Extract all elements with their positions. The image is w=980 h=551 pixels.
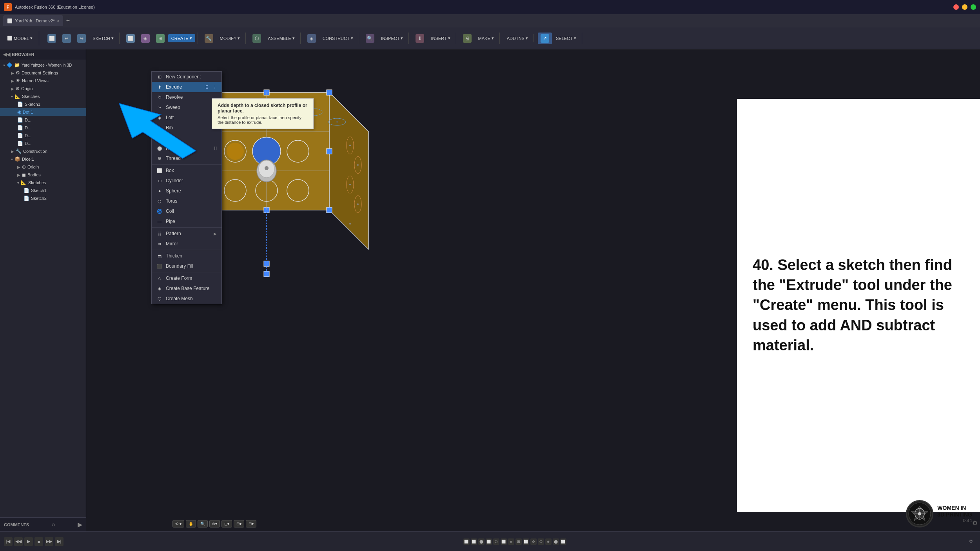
insert-icon-btn[interactable]: ⬇	[413, 33, 427, 44]
menu-item-pipe[interactable]: — Pipe	[152, 216, 221, 227]
make-dropdown[interactable]: MAKE ▾	[475, 34, 497, 42]
viewport-section-btn[interactable]: ⊟▾	[246, 520, 256, 527]
tree-item-d1[interactable]: 📄 D...	[0, 116, 86, 124]
timeline-step-7[interactable]: ◈	[508, 538, 514, 545]
modify-dropdown[interactable]: MODIFY ▾	[217, 34, 243, 42]
make-icon-btn[interactable]: 🖨	[460, 33, 474, 44]
timeline-stop-btn[interactable]: ■	[34, 537, 43, 546]
menu-item-new-component[interactable]: ⊞ New Component	[152, 72, 221, 82]
timeline-step-9[interactable]: ⬜	[523, 538, 529, 545]
tree-item-dice-sketches[interactable]: ▾ 📐 Sketches	[0, 179, 86, 187]
timeline-step-5[interactable]: ⬡	[493, 538, 499, 545]
comments-expand-btn[interactable]: ○	[51, 521, 55, 528]
viewport-grid-btn[interactable]: ⊞▾	[234, 520, 244, 527]
tree-item-bodies[interactable]: ▶ ◼ Bodies	[0, 171, 86, 179]
tree-item-sketch1[interactable]: 📄 Sketch1	[0, 100, 86, 108]
menu-item-thread[interactable]: ⚙ Thread	[152, 153, 221, 163]
timeline-step-14[interactable]: ⬜	[560, 538, 566, 545]
viewport-display-btn[interactable]: ◻▾	[221, 520, 232, 527]
menu-item-extrude[interactable]: ⬆ Extrude E ⋮	[152, 82, 221, 92]
menu-item-mirror[interactable]: ⇔ Mirror	[152, 239, 221, 249]
model-dropdown[interactable]: ⬜ MODEL ▾	[4, 34, 36, 42]
insert-dropdown[interactable]: INSERT ▾	[428, 34, 453, 42]
tree-item-sketches[interactable]: ▾ 📐 Sketches	[0, 92, 86, 100]
tree-item-construction[interactable]: ▶ 🔧 Construction	[0, 147, 86, 155]
timeline-step-10[interactable]: ⊙	[530, 538, 537, 545]
main-tab[interactable]: ⬜ Yard Yah...Demo v2* ×	[3, 15, 63, 26]
modify-icon-btn[interactable]: 🔧	[202, 33, 216, 44]
tree-item-named-views[interactable]: ▶ 👁 Named Views	[0, 77, 86, 85]
sketch-btn3[interactable]: ↪	[74, 33, 89, 44]
tree-item-dice-sketch2[interactable]: 📄 Sketch2	[0, 194, 86, 202]
timeline-step-12[interactable]: ◈	[545, 538, 552, 545]
timeline-step-13[interactable]: ⬤	[553, 538, 559, 545]
tree-item-origin[interactable]: ▶ ⊕ Origin	[0, 85, 86, 92]
menu-item-torus[interactable]: ◎ Torus	[152, 196, 221, 206]
timeline-step-1[interactable]: ⬜	[463, 538, 470, 545]
menu-item-create-form[interactable]: ◇ Create Form	[152, 273, 221, 283]
menu-item-create-base-feature[interactable]: ◈ Create Base Feature	[152, 283, 221, 294]
menu-item-loft[interactable]: ◈ Loft	[152, 112, 221, 123]
timeline-step-6[interactable]: ⬜	[501, 538, 507, 545]
timeline-step-8[interactable]: ⊞	[515, 538, 522, 545]
select-dropdown[interactable]: SELECT ▾	[553, 34, 579, 42]
menu-item-thicken[interactable]: ⬒ Thicken	[152, 251, 221, 261]
timeline-step-11[interactable]: ⬡	[538, 538, 544, 545]
tree-item-d4[interactable]: 📄 D...	[0, 140, 86, 147]
menu-item-boundary-fill[interactable]: ⬛ Boundary Fill	[152, 261, 221, 271]
sketch-dropdown[interactable]: SKETCH ▾	[89, 34, 117, 42]
tree-item-dice-sketch1[interactable]: 📄 Sketch1	[0, 187, 86, 194]
tree-item-d2[interactable]: 📄 D...	[0, 124, 86, 132]
tree-item-dot1[interactable]: ◉ Dot 1	[0, 108, 86, 116]
menu-item-create-mesh[interactable]: ⬡ Create Mesh	[152, 294, 221, 304]
menu-item-web[interactable]: ⬡ Web	[152, 133, 221, 143]
sketch-btn1[interactable]: ⬜	[45, 33, 59, 44]
settings-btn[interactable]: ⚙	[966, 538, 976, 545]
timeline-step-2[interactable]: ⬜	[471, 538, 477, 545]
tree-item-d3[interactable]: 📄 D...	[0, 132, 86, 140]
menu-item-coil[interactable]: 🌀 Coil	[152, 206, 221, 216]
viewport-zoom-dropdown[interactable]: ⊕▾	[209, 520, 220, 527]
inspect-icon-btn[interactable]: 🔍	[363, 33, 377, 44]
inspect-dropdown[interactable]: INSPECT ▾	[378, 34, 407, 42]
tree-item-root[interactable]: ▾ 🔷 📁 Yard Yahtzee - Women in 3D	[0, 61, 86, 69]
create-icon-btn3[interactable]: ⊞	[153, 33, 167, 44]
viewport-settings-gear[interactable]: ⚙	[972, 519, 978, 527]
timeline-next-btn[interactable]: ▶▶	[45, 537, 53, 546]
addins-dropdown[interactable]: ADD-INS ▾	[504, 34, 531, 42]
timeline-last-btn[interactable]: ▶|	[55, 537, 64, 546]
minimize-window-btn[interactable]	[962, 4, 967, 10]
tree-item-dice1[interactable]: ▾ 📦 Dice:1	[0, 155, 86, 163]
menu-item-sphere[interactable]: ● Sphere	[152, 186, 221, 196]
menu-item-rib[interactable]: ▬ Rib	[152, 123, 221, 133]
tree-item-dice-origin[interactable]: ▶ ⊕ Origin	[0, 163, 86, 171]
assemble-dropdown[interactable]: ASSEMBLE ▾	[265, 34, 298, 42]
maximize-window-btn[interactable]	[971, 4, 976, 10]
viewport-zoom-btn[interactable]: 🔍	[198, 520, 208, 527]
viewport-pan-btn[interactable]: ✋	[186, 520, 196, 527]
viewport-orbit-btn[interactable]: ⟲ ▾	[172, 520, 184, 527]
select-icon-btn[interactable]: ↗	[538, 33, 552, 44]
close-tab-icon[interactable]: ×	[57, 19, 60, 23]
menu-item-sweep[interactable]: ⤷ Sweep	[152, 102, 221, 112]
timeline-step-3[interactable]: ⬤	[478, 538, 485, 545]
menu-item-pattern[interactable]: ⣿ Pattern ▶	[152, 228, 221, 239]
menu-item-hole[interactable]: ⬤ Hole H	[152, 143, 221, 153]
construct-dropdown[interactable]: CONSTRUCT ▾	[319, 34, 356, 42]
menu-item-box[interactable]: ⬜ Box	[152, 165, 221, 176]
assemble-icon-btn[interactable]: ⬡	[250, 33, 264, 44]
comments-nav-btn[interactable]: ▶	[78, 521, 82, 528]
construct-icon-btn[interactable]: ◈	[305, 33, 319, 44]
add-tab-button[interactable]: +	[63, 16, 73, 25]
menu-item-cylinder[interactable]: ⬭ Cylinder	[152, 176, 221, 186]
timeline-step-4[interactable]: ⬜	[486, 538, 492, 545]
timeline-play-btn[interactable]: ▶	[24, 537, 33, 546]
create-dropdown[interactable]: CREATE ▾	[168, 34, 195, 42]
sidebar-collapse-btn[interactable]: ◀◀	[3, 52, 10, 57]
timeline-first-btn[interactable]: |◀	[4, 537, 13, 546]
create-icon-btn2[interactable]: ◈	[138, 33, 152, 44]
timeline-prev-btn[interactable]: ◀◀	[14, 537, 23, 546]
tree-item-doc-settings[interactable]: ▶ ⚙ Document Settings	[0, 69, 86, 77]
menu-item-revolve[interactable]: ↻ Revolve	[152, 92, 221, 102]
sketch-btn2[interactable]: ↩	[60, 33, 74, 44]
